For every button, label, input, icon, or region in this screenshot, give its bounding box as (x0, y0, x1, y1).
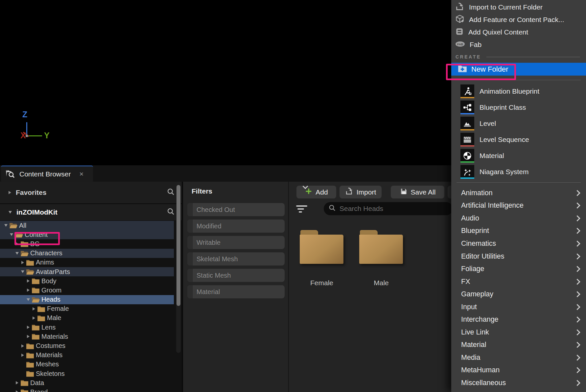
tree-item-avatarparts[interactable]: AvatarParts (0, 267, 174, 276)
menu-category-material[interactable]: Material (451, 339, 586, 352)
tree-item-data[interactable]: Data (0, 378, 174, 387)
menu-item-add-quixel-content[interactable]: Add Quixel Content (451, 26, 586, 38)
tree-expander-icon[interactable] (14, 252, 20, 255)
tree-item-label: Data (30, 379, 44, 387)
tree-expander-icon[interactable] (26, 335, 31, 338)
menu-item-level-sequence[interactable]: Level Sequence (451, 131, 586, 148)
filter-funnel-icon[interactable] (296, 205, 307, 213)
root-folder-header[interactable]: inZOIModKit (0, 204, 182, 221)
tree-expander-icon[interactable] (31, 307, 36, 311)
menu-category-gameplay[interactable]: Gameplay (451, 288, 586, 301)
menu-category-fx[interactable]: FX (451, 275, 586, 288)
tree-item-label: Materials (41, 333, 68, 340)
axis-y-label: Y (44, 131, 50, 140)
tree-item-lens[interactable]: Lens (0, 323, 174, 332)
root-search-icon[interactable] (167, 207, 175, 217)
tree-expander-icon[interactable] (26, 279, 31, 283)
menu-category-blueprint[interactable]: Blueprint (451, 225, 586, 238)
menu-item-animation-blueprint[interactable]: Animation Blueprint (451, 83, 586, 99)
toolbar-overflow-button[interactable] (448, 186, 451, 198)
filter-pill-writable[interactable]: Writable (187, 236, 285, 249)
menu-category-live-link[interactable]: Live Link (451, 326, 586, 339)
tree-item-groom[interactable]: Groom (0, 286, 174, 295)
save-all-button[interactable]: Save All (391, 186, 444, 198)
tree-expander-icon[interactable] (26, 298, 31, 301)
tree-item-anims[interactable]: Anims (0, 258, 174, 267)
add-button[interactable]: Add (296, 186, 336, 198)
filter-pill-static-mesh[interactable]: Static Mesh (187, 269, 285, 282)
menu-item-add-feature-or-content-pack[interactable]: Add Feature or Content Pack... (451, 13, 586, 26)
filter-pill-checked-out[interactable]: Checked Out (187, 203, 285, 216)
import-button[interactable]: Import (340, 186, 382, 198)
tree-expander-icon[interactable] (9, 233, 14, 236)
tree-item-male[interactable]: Male (0, 313, 174, 323)
collapsed-arrow-icon (27, 288, 30, 292)
folder-closed-icon (26, 259, 34, 266)
menu-category-miscellaneous[interactable]: Miscellaneous (451, 377, 586, 389)
viewport-3d[interactable]: Z Y X (0, 0, 451, 165)
tree-item-heads[interactable]: Heads (0, 295, 174, 304)
menu-category-audio[interactable]: Audio (451, 212, 586, 225)
menu-category-media[interactable]: Media (451, 351, 586, 364)
tree-item-skeletons[interactable]: Skeletons (0, 369, 174, 378)
tree-item-characters[interactable]: Characters (0, 249, 174, 258)
tree-item-costumes[interactable]: Costumes (0, 341, 174, 350)
menu-category-editor-utilities[interactable]: Editor Utilities (451, 250, 586, 263)
menu-category-animation[interactable]: Animation (451, 187, 586, 199)
tree-expander-icon[interactable] (3, 224, 9, 227)
menu-category-cinematics[interactable]: Cinematics (451, 237, 586, 250)
menu-item-niagara-system[interactable]: Niagara System (451, 164, 586, 180)
tree-item-label: Anims (36, 259, 54, 266)
menu-category-input[interactable]: Input (451, 301, 586, 313)
tree-item-materials[interactable]: Materials (0, 332, 174, 341)
filter-pill-material[interactable]: Material (187, 285, 285, 298)
asset-type-color-bar (460, 129, 474, 130)
search-input[interactable]: Search Heads (324, 202, 451, 215)
menu-category-interchange[interactable]: Interchange (451, 313, 586, 326)
menu-item-level[interactable]: Level (451, 115, 586, 131)
menu-item-material[interactable]: Material (451, 148, 586, 164)
submenu-chevron-icon (574, 266, 580, 272)
material-icon (460, 149, 474, 163)
menu-category-metahuman[interactable]: MetaHuman (451, 364, 586, 377)
tree-item-meshes[interactable]: Meshes (0, 360, 174, 369)
tree-item-body[interactable]: Body (0, 276, 174, 286)
tree-expander-icon[interactable] (26, 326, 31, 329)
menu-category-artificial-intelligence[interactable]: Artificial Intelligence (451, 199, 586, 212)
menu-create-section-header: CREATE (451, 51, 586, 63)
menu-category-label: Gameplay (461, 290, 575, 298)
tree-scrollbar-thumb[interactable] (176, 185, 180, 306)
tree-expander-icon[interactable] (14, 381, 20, 384)
tree-item-all[interactable]: All (0, 221, 174, 230)
favorites-expander-icon[interactable] (9, 191, 11, 194)
tree-expander-icon[interactable] (20, 261, 25, 264)
menu-item-blueprint-class[interactable]: Blueprint Class (451, 99, 586, 115)
menu-item-fab[interactable]: FABFab (451, 38, 586, 51)
tree-expander-icon[interactable] (20, 270, 25, 273)
favorites-search-icon[interactable] (167, 188, 175, 197)
tree-expander-icon[interactable] (20, 344, 25, 348)
asset-folder-male[interactable] (359, 230, 404, 264)
tree-expander-icon[interactable] (26, 288, 31, 292)
tree-expander-icon[interactable] (14, 390, 20, 392)
submenu-chevron-icon (574, 329, 580, 335)
tab-close-icon[interactable]: × (79, 170, 83, 178)
tree-item-female[interactable]: Female (0, 304, 174, 313)
tab-content-browser[interactable]: Content Browser × (1, 166, 93, 182)
filter-pill-modified[interactable]: Modified (187, 219, 285, 233)
menu-item-import-to-current-folder[interactable]: Import to Current Folder (451, 1, 586, 13)
menu-category-foliage[interactable]: Foliage (451, 263, 586, 275)
tree-expander-icon[interactable] (20, 354, 25, 357)
collapsed-arrow-icon (16, 381, 18, 384)
favorites-header[interactable]: Favorites (0, 182, 182, 204)
tree-expander-icon[interactable] (31, 316, 36, 320)
tree-item-brand[interactable]: Brand (0, 387, 174, 392)
filter-pill-color-tab (187, 269, 193, 282)
root-expander-icon[interactable] (9, 211, 12, 214)
tree-item-materials[interactable]: Materials (0, 351, 174, 360)
submenu-chevron-icon (574, 203, 580, 209)
asset-folder-female[interactable] (300, 230, 344, 264)
collapsed-arrow-icon (27, 335, 30, 338)
import-icon (345, 187, 354, 197)
filter-pill-skeletal-mesh[interactable]: Skeletal Mesh (187, 252, 285, 265)
